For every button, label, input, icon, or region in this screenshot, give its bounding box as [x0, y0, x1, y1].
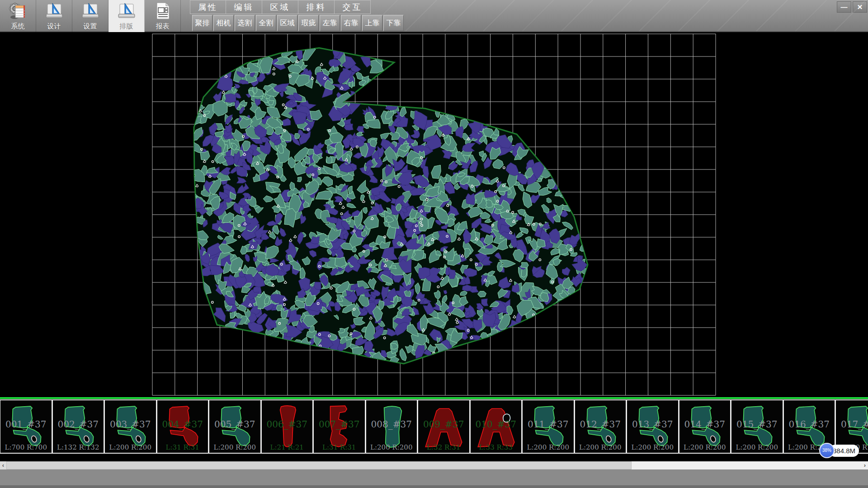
app-label: 排版: [120, 22, 133, 30]
piece-lr-label: L:200 R:200: [523, 443, 574, 451]
scroll-left-arrow[interactable]: ‹: [0, 461, 6, 469]
main-toolbar: 系统 设计 设置 排版: [0, 0, 868, 32]
scrollbar-thumb[interactable]: [6, 461, 632, 469]
piece-lr-label: L:32 R:31: [418, 443, 469, 451]
piece-id-label: 010_#37: [471, 419, 522, 430]
piece-id-label: 006_#37: [262, 419, 313, 430]
piece-thumbnail-004[interactable]: 004_#37L:31 R:31: [157, 400, 209, 453]
piece-id-label: 004_#37: [157, 419, 208, 430]
piece-thumbnail-003[interactable]: 003_#37L:200 R:200: [104, 400, 157, 453]
action-align-right[interactable]: 右靠: [341, 15, 361, 31]
memory-percent-circle[interactable]: 38%: [819, 443, 835, 458]
piece-lr-label: L:132 R:132: [53, 443, 104, 451]
app-button-system[interactable]: 系统: [0, 0, 36, 32]
piece-lr-label: L:31 R:31: [314, 443, 365, 451]
minimize-button[interactable]: —: [837, 1, 851, 13]
app-label: 报表: [156, 22, 170, 30]
app-label: 设置: [84, 22, 97, 30]
system-icon: [8, 1, 28, 21]
action-button-bar: 聚排 相机 选割 全割 区域 瑕疵 左靠 右靠 上靠 下靠: [192, 15, 404, 31]
app-button-design[interactable]: 设计: [36, 0, 72, 32]
piece-id-label: 001_#37: [0, 419, 52, 430]
action-align-bottom[interactable]: 下靠: [383, 15, 404, 31]
piece-thumbnail-014[interactable]: 014_#37L:200 R:200: [679, 400, 731, 453]
tab-edit[interactable]: 编辑: [226, 0, 262, 14]
piece-thumbnail-006[interactable]: 006_#37L:21 R:21: [261, 400, 314, 453]
piece-lr-label: L:200 R:200: [105, 443, 156, 451]
app-label: 设计: [47, 22, 61, 30]
piece-lr-label: L:21 R:21: [262, 443, 313, 451]
piece-id-label: 013_#37: [627, 419, 678, 430]
scroll-right-arrow[interactable]: ›: [862, 461, 868, 469]
nesting-icon: [117, 1, 137, 21]
piece-lr-label: L:200 R:200: [627, 443, 678, 451]
piece-id-label: 009_#37: [418, 419, 469, 430]
close-button[interactable]: ✕: [853, 1, 867, 13]
status-bar: [0, 469, 868, 488]
piece-lr-label: L:33 R:33: [471, 443, 522, 451]
piece-id-label: 011_#37: [523, 419, 574, 430]
action-align-left[interactable]: 左靠: [320, 15, 340, 31]
piece-thumbnail-012[interactable]: 012_#37L:200 R:200: [575, 400, 627, 453]
action-camera[interactable]: 相机: [213, 15, 234, 31]
app-button-nesting[interactable]: 排版: [108, 0, 145, 32]
piece-thumbnail-001[interactable]: 001_#37L:700 R:700: [0, 400, 52, 453]
action-cut-all[interactable]: 全割: [256, 15, 276, 31]
action-defect[interactable]: 瑕疵: [298, 15, 319, 31]
piece-id-label: 005_#37: [209, 419, 260, 430]
piece-thumbnail-011[interactable]: 011_#37L:200 R:200: [522, 400, 575, 453]
piece-thumbnail-009[interactable]: 009_#37L:32 R:31: [418, 400, 470, 453]
report-icon: [153, 1, 173, 21]
piece-lr-label: L:31 R:31: [157, 443, 208, 451]
tab-interaction[interactable]: 交互: [335, 0, 371, 14]
piece-lr-label: L:200 R:200: [575, 443, 626, 451]
piece-thumbnail-005[interactable]: 005_#37L:200 R:200: [209, 400, 261, 453]
piece-thumbnail-015[interactable]: 015_#37L:200 R:200: [731, 400, 783, 453]
action-region[interactable]: 区域: [277, 15, 297, 31]
piece-id-label: 007_#37: [314, 419, 365, 430]
piece-lr-label: L:700 R:700: [0, 443, 52, 451]
strip-separator-line: [0, 397, 868, 399]
app-button-report[interactable]: 报表: [145, 0, 181, 32]
piece-thumbnail-strip: 001_#37L:700 R:700002_#37L:132 R:132003_…: [0, 399, 868, 454]
tab-properties[interactable]: 属性: [190, 0, 226, 14]
tab-region[interactable]: 区域: [262, 0, 298, 14]
action-select-cut[interactable]: 选割: [235, 15, 255, 31]
app-button-settings[interactable]: 设置: [72, 0, 108, 32]
piece-thumbnail-013[interactable]: 013_#37L:200 R:200: [627, 400, 679, 453]
action-cluster-nest[interactable]: 聚排: [192, 15, 212, 31]
tab-nesting[interactable]: 排料: [298, 0, 335, 14]
piece-lr-label: L:200 R:200: [731, 443, 783, 451]
piece-id-label: 017_#37: [836, 419, 868, 430]
piece-lr-label: L:200 R:200: [679, 443, 731, 451]
piece-thumbnail-002[interactable]: 002_#37L:132 R:132: [52, 400, 105, 453]
piece-id-label: 014_#37: [679, 419, 731, 430]
horizontal-scrollbar[interactable]: ‹ ›: [0, 461, 868, 469]
action-align-top[interactable]: 上靠: [362, 15, 382, 31]
piece-id-label: 016_#37: [784, 419, 835, 430]
menu-tab-bar: 属性 编辑 区域 排料 交互: [190, 0, 371, 14]
design-icon: [44, 1, 64, 21]
settings-icon: [80, 1, 100, 21]
piece-thumbnail-008[interactable]: 008_#37L:200 R:200: [366, 400, 418, 453]
piece-id-label: 015_#37: [731, 419, 783, 430]
piece-thumbnail-010[interactable]: 010_#37L:33 R:33: [470, 400, 523, 453]
piece-id-label: 008_#37: [366, 419, 417, 430]
piece-lr-label: L:200 R:200: [209, 443, 260, 451]
piece-id-label: 012_#37: [575, 419, 626, 430]
piece-id-label: 003_#37: [105, 419, 156, 430]
piece-thumbnail-007[interactable]: 007_#37L:31 R:31: [313, 400, 366, 453]
piece-lr-label: L:200 R:200: [366, 443, 417, 451]
app-label: 系统: [11, 22, 25, 30]
piece-id-label: 002_#37: [53, 419, 104, 430]
